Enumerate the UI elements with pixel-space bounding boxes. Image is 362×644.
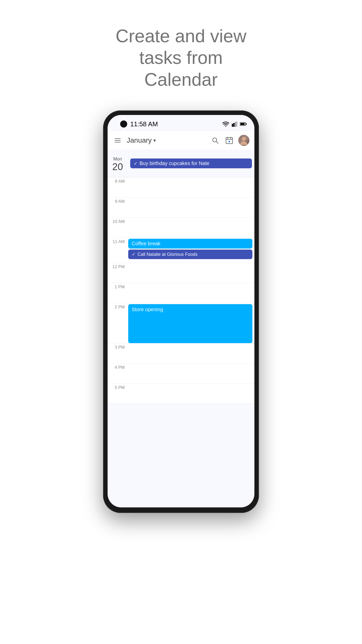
battery-icon (240, 122, 247, 126)
time-label-10am: 10 AM (108, 218, 128, 237)
signal-icon (232, 121, 237, 127)
svg-rect-6 (246, 123, 247, 125)
date-all-day-events: ✓ Buy birthday cupcakes for Nate (128, 150, 254, 177)
time-row-3pm: 3 PM (108, 343, 254, 364)
time-row-4pm: 4 PM (108, 364, 254, 384)
svg-rect-9 (226, 138, 233, 144)
date-label: Mon 20 (108, 150, 128, 177)
birthday-task-chip[interactable]: ✓ Buy birthday cupcakes for Nate (130, 158, 252, 168)
time-row-2pm: 2 PM Store opening (108, 303, 254, 343)
store-opening-label: Store opening (132, 307, 163, 312)
day-number: 20 (112, 162, 123, 172)
search-icon (212, 137, 218, 144)
wifi-icon (222, 121, 229, 127)
time-row-9am: 9 AM (108, 197, 254, 218)
time-content-4pm (128, 364, 254, 383)
month-title[interactable]: January ▾ (127, 136, 206, 144)
calendar-today-button[interactable] (224, 135, 234, 145)
time-row-12pm: 12 PM (108, 263, 254, 283)
time-label-5pm: 5 PM (108, 384, 128, 404)
phone-device: 11:58 AM (103, 110, 259, 513)
time-content-2pm: Store opening (128, 303, 254, 343)
app-header: January ▾ (108, 131, 254, 150)
day-name: Mon (113, 156, 122, 162)
call-natalie-label: Call Natalie at Glorious Foods (138, 252, 198, 257)
user-avatar[interactable] (238, 135, 249, 146)
time-label-9am: 9 AM (108, 197, 128, 217)
time-content-12pm (128, 263, 254, 283)
time-grid: 8 AM 9 AM 10 AM 11 AM Coffee break (108, 177, 254, 404)
phone-screen: 11:58 AM (108, 115, 254, 507)
month-label: January (127, 136, 152, 144)
time-label-11am: 11 AM (108, 238, 128, 263)
time-label-8am: 8 AM (108, 177, 128, 197)
time-label-12pm: 12 PM (108, 263, 128, 283)
time-content-8am (128, 177, 254, 197)
time-content-11am: Coffee break ✓ Call Natalie at Glorious … (128, 238, 254, 263)
coffee-break-event[interactable]: Coffee break (128, 239, 252, 249)
call-natalie-task[interactable]: ✓ Call Natalie at Glorious Foods (128, 250, 252, 259)
coffee-break-label: Coffee break (132, 241, 160, 246)
time-label-1pm: 1 PM (108, 283, 128, 303)
camera-notch (120, 120, 127, 128)
time-row-1pm: 1 PM (108, 283, 254, 303)
task-check-icon-2: ✓ (132, 252, 135, 257)
svg-rect-5 (240, 123, 245, 125)
time-content-5pm (128, 384, 254, 404)
header-action-icons (210, 135, 249, 146)
time-content-1pm (128, 283, 254, 303)
birthday-task-label: Buy birthday cupcakes for Nate (140, 160, 209, 166)
store-opening-event[interactable]: Store opening (128, 304, 252, 343)
calendar-icon (225, 137, 233, 144)
time-content-9am (128, 197, 254, 217)
time-row-11am: 11 AM Coffee break ✓ Call Natalie at Glo… (108, 238, 254, 263)
time-label-4pm: 4 PM (108, 364, 128, 383)
date-header-row: Mon 20 ✓ Buy birthday cupcakes for Nate (108, 150, 254, 177)
time-content-3pm (128, 343, 254, 363)
hamburger-menu-button[interactable] (113, 136, 123, 144)
task-check-icon: ✓ (134, 161, 138, 166)
svg-rect-2 (235, 122, 236, 127)
search-button[interactable] (210, 135, 220, 145)
time-row-5pm: 5 PM (108, 384, 254, 404)
svg-rect-3 (236, 121, 237, 127)
status-icons (222, 121, 247, 127)
page-heading: Create and view tasks from Calendar (93, 25, 269, 90)
month-dropdown-arrow: ▾ (153, 137, 156, 143)
time-label-3pm: 3 PM (108, 343, 128, 363)
status-time: 11:58 AM (130, 120, 158, 128)
time-label-2pm: 2 PM (108, 303, 128, 343)
time-row-8am: 8 AM (108, 177, 254, 197)
time-content-10am (128, 218, 254, 237)
svg-point-13 (229, 141, 230, 142)
avatar-image (238, 135, 249, 146)
status-bar: 11:58 AM (108, 115, 254, 131)
svg-rect-1 (233, 123, 235, 127)
time-row-10am: 10 AM (108, 218, 254, 238)
svg-line-8 (216, 141, 218, 143)
svg-rect-0 (232, 124, 233, 127)
